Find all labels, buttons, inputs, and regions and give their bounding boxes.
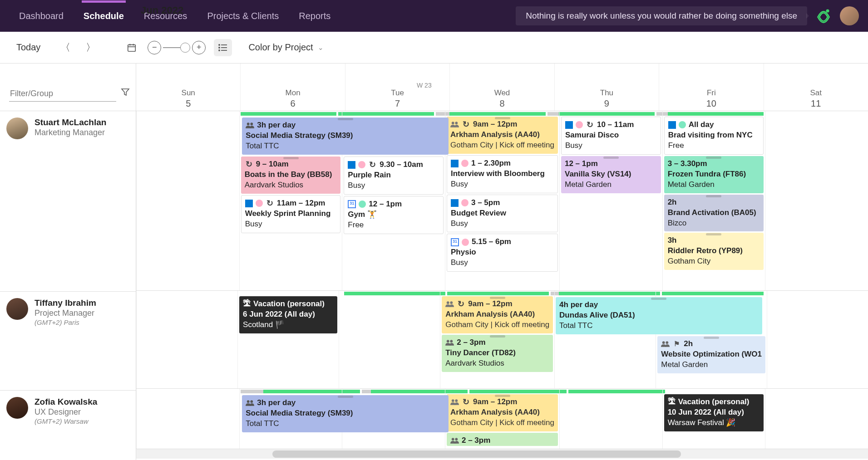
day-cell[interactable]: 9am – 12pm Arkham Analysis (AA40)Gotham … [445, 111, 559, 290]
event-card[interactable]: 3 – 3.30pm Frozen Tundra (FT86)Metal Gar… [664, 156, 764, 193]
day-cell[interactable] [136, 111, 239, 290]
event-card[interactable]: 9am – 12pm Arkham Analysis (AA40)Gotham … [442, 296, 553, 333]
day-cell[interactable]: 🏝Vacation (personal) 6 Jun 2022 (All day… [237, 291, 339, 388]
event-card[interactable]: 12 – 1pm Gym 🏋️Free [344, 196, 444, 234]
recurring-icon [368, 161, 377, 169]
calendar-picker-icon[interactable] [124, 40, 139, 55]
event-card[interactable]: 12 – 1pm Vanilla Sky (VS14)Metal Garden [561, 156, 661, 193]
event-card[interactable]: 3h Riddler Retro (YP89)Gotham City [664, 233, 764, 270]
outlook-icon [668, 121, 676, 129]
event-card[interactable]: 🏝Vacation (personal) 10 Jun 2022 (All da… [664, 394, 764, 431]
day-header[interactable]: Wed8 [449, 64, 554, 111]
day-header-row: Sun5 Mon6 Tue7 Wed8 Thu9 Fri10 Sat11 [136, 64, 868, 111]
event-card[interactable]: 9am – 12pm Arkham Analysis (AA40)Gotham … [447, 394, 558, 431]
event-card[interactable]: 10 – 11am Samurai DiscoBusy [561, 117, 661, 155]
filter-icon[interactable] [121, 88, 130, 98]
person-row[interactable]: Tiffany Ibrahim Project Manager (GMT+2) … [0, 292, 136, 390]
day-header[interactable]: Sun5 [136, 64, 240, 111]
person-timezone: (GMT+2) Warsaw [35, 417, 97, 426]
day-header[interactable]: Fri10 [659, 64, 763, 111]
recurring-icon [266, 199, 274, 208]
month-label: Jun 2022 [141, 5, 183, 16]
day-cell[interactable] [136, 291, 237, 388]
person-avatar [6, 117, 28, 139]
people-icon [450, 437, 459, 444]
zoom-control: − + [148, 41, 206, 54]
day-cell[interactable]: 🏝Vacation (personal) 10 Jun 2022 (All da… [662, 389, 765, 449]
event-card[interactable]: 9.30 – 10am Purple RainBusy [344, 157, 444, 195]
day-header[interactable]: Tue7 [345, 64, 449, 111]
event-card[interactable]: 3h per day Social Media Strategy (SM39)T… [242, 395, 449, 432]
nav-tab-dashboard[interactable]: Dashboard [9, 2, 74, 30]
person-row[interactable]: Zofia Kowalska UX Designer (GMT+2) Warsa… [0, 391, 136, 426]
svg-point-21 [247, 401, 250, 403]
event-card[interactable]: 🏝Vacation (personal) 6 Jun 2022 (All day… [239, 296, 337, 333]
day-cell[interactable]: 10 – 11am Samurai DiscoBusy 12 – 1pm Van… [559, 111, 662, 290]
event-card[interactable]: 2h Brand Activation (BA05)Bizco [664, 195, 764, 232]
day-header[interactable]: Sat11 [764, 64, 868, 111]
day-cell[interactable]: All day Brad visiting from NYCFree 3 – 3… [662, 111, 765, 290]
today-button[interactable]: Today [8, 39, 49, 56]
svg-point-20 [666, 342, 669, 344]
status-dot-icon [461, 199, 469, 206]
event-card[interactable]: All day Brad visiting from NYCFree [664, 117, 764, 155]
main-layout: Jun 2022 Stuart McLachlan Marketing Mana… [0, 64, 868, 460]
event-card[interactable]: 9 – 10am Boats in the Bay (BB58)Aardvark… [241, 157, 341, 194]
svg-point-17 [447, 340, 449, 343]
people-icon [246, 400, 254, 406]
chevron-down-icon: ⌄ [318, 44, 324, 52]
outlook-icon [451, 199, 459, 207]
svg-point-12 [251, 123, 253, 126]
filter-input[interactable] [9, 87, 116, 102]
event-card[interactable]: 2h Website Optimization (WO1Metal Garden [657, 336, 765, 373]
person-name: Tiffany Ibrahim [35, 298, 96, 308]
next-button[interactable]: 〉 [82, 38, 99, 57]
prev-button[interactable]: 〈 [57, 38, 74, 57]
day-cell[interactable]: 9am – 12pm Arkham Analysis (AA40)Gotham … [440, 291, 554, 388]
day-cell[interactable] [559, 389, 662, 449]
event-card[interactable]: 3 – 5pm Budget ReviewBusy [447, 195, 558, 233]
event-card[interactable]: 3h per day Social Media Strategy (SM39) … [242, 117, 449, 155]
nav-tab-reports[interactable]: Reports [289, 2, 340, 30]
event-card[interactable]: 2 – 3pm Tiny Dancer (TD82)Aardvark Studi… [442, 335, 553, 372]
recurring-icon [245, 160, 253, 169]
event-card[interactable]: 9am – 12pm Arkham Analysis (AA40)Gotham … [447, 117, 558, 154]
event-card[interactable]: 4h per day Dundas Alive (DA51)Total TTC [556, 297, 762, 334]
zoom-out-button[interactable]: − [148, 41, 161, 54]
svg-point-19 [662, 342, 665, 344]
day-cell[interactable] [339, 291, 440, 388]
event-card[interactable]: 5.15 – 6pm PhysioBusy [447, 234, 558, 272]
app-logo-icon[interactable] [815, 7, 832, 25]
person-row[interactable]: Stuart McLachlan Marketing Manager [0, 111, 136, 291]
user-avatar[interactable] [840, 6, 859, 25]
nav-tab-schedule[interactable]: Schedule [74, 2, 134, 30]
day-header[interactable]: Mon6 [240, 64, 345, 111]
zoom-slider[interactable] [163, 47, 190, 48]
event-card[interactable]: 1 – 2.30pm Interview with BloombergBusy [447, 155, 558, 193]
status-dot-icon [461, 160, 469, 167]
gcal-icon [451, 238, 459, 246]
event-card[interactable]: 2 – 3pm [447, 433, 558, 446]
day-cell[interactable] [765, 389, 868, 449]
color-by-dropdown[interactable]: Color by Project ⌄ [248, 42, 323, 53]
people-icon [450, 121, 459, 127]
svg-point-22 [251, 401, 253, 403]
status-dot-icon [462, 239, 469, 246]
zoom-in-button[interactable]: + [192, 41, 206, 54]
horizontal-scrollbar[interactable] [136, 449, 868, 459]
day-cell[interactable] [136, 389, 239, 449]
day-header[interactable]: Thu9 [554, 64, 659, 111]
list-view-toggle[interactable] [214, 39, 232, 56]
outlook-icon [451, 160, 459, 167]
status-dot-icon [359, 201, 366, 208]
day-cell[interactable]: 9am – 12pm Arkham Analysis (AA40)Gotham … [445, 389, 559, 449]
people-icon [661, 341, 670, 347]
nav-tab-projects[interactable]: Projects & Clients [197, 2, 289, 30]
svg-point-0 [826, 9, 829, 12]
event-card[interactable]: 11am – 12pm Weekly Sprint PlanningBusy [241, 195, 341, 233]
svg-point-24 [455, 400, 458, 402]
svg-point-16 [450, 302, 453, 304]
quote-banner: Nothing is really work unless you would … [516, 6, 807, 25]
day-cell[interactable] [767, 291, 868, 388]
day-cell[interactable] [765, 111, 868, 290]
